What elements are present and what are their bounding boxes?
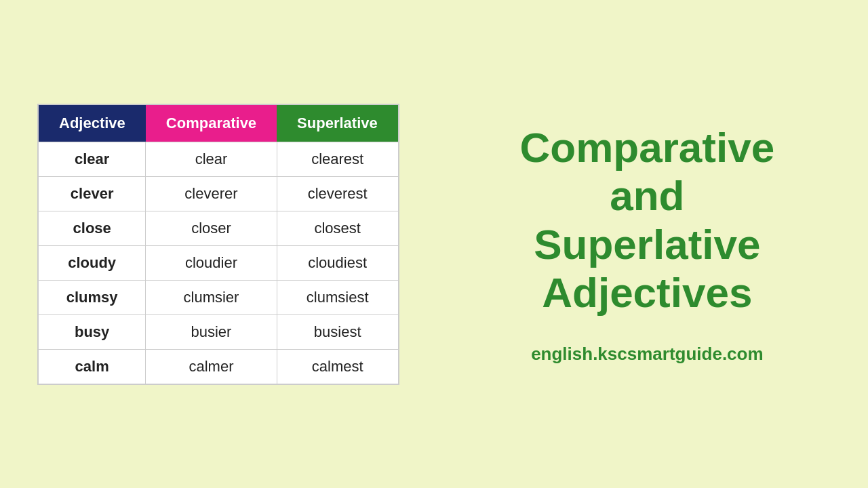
cell-superlative: closest <box>277 211 399 245</box>
cell-adjective: calm <box>38 349 146 384</box>
table-row: cloudycloudiercloudiest <box>38 245 399 280</box>
title-line2: and <box>610 172 684 219</box>
col-header-superlative: Superlative <box>277 104 399 142</box>
cell-superlative: calmest <box>277 349 399 384</box>
website-label: english.kscsmartguide.com <box>531 344 763 365</box>
title-line4: Adjectives <box>542 269 752 316</box>
table-row: clumsyclumsierclumsiest <box>38 280 399 314</box>
cell-comparative: cloudier <box>146 245 277 280</box>
cell-superlative: cloudiest <box>277 245 399 280</box>
cell-adjective: clumsy <box>38 280 146 314</box>
cell-superlative: clumsiest <box>277 280 399 314</box>
cell-comparative: cleverer <box>146 176 277 211</box>
cell-superlative: clearest <box>277 142 399 176</box>
col-header-adjective: Adjective <box>38 104 146 142</box>
cell-adjective: cloudy <box>38 245 146 280</box>
table-row: clearclearclearest <box>38 142 399 176</box>
table-row: calmcalmercalmest <box>38 349 399 384</box>
table-row: clevercleverercleverest <box>38 176 399 211</box>
cell-adjective: busy <box>38 314 146 349</box>
cell-adjective: clear <box>38 142 146 176</box>
cell-comparative: clumsier <box>146 280 277 314</box>
cell-adjective: close <box>38 211 146 245</box>
cell-adjective: clever <box>38 176 146 211</box>
page-title: Comparative and Superlative Adjectives <box>520 123 775 317</box>
cell-superlative: busiest <box>277 314 399 349</box>
table-section: Adjective Comparative Superlative clearc… <box>37 104 399 385</box>
table-row: closecloserclosest <box>38 211 399 245</box>
cell-comparative: closer <box>146 211 277 245</box>
title-line1: Comparative <box>520 124 775 171</box>
title-line3: Superlative <box>534 221 760 268</box>
cell-superlative: cleverest <box>277 176 399 211</box>
cell-comparative: busier <box>146 314 277 349</box>
cell-comparative: clear <box>146 142 277 176</box>
table-row: busybusierbusiest <box>38 314 399 349</box>
adjectives-table: Adjective Comparative Superlative clearc… <box>37 104 399 385</box>
cell-comparative: calmer <box>146 349 277 384</box>
title-section: Comparative and Superlative Adjectives e… <box>427 110 868 378</box>
col-header-comparative: Comparative <box>146 104 277 142</box>
